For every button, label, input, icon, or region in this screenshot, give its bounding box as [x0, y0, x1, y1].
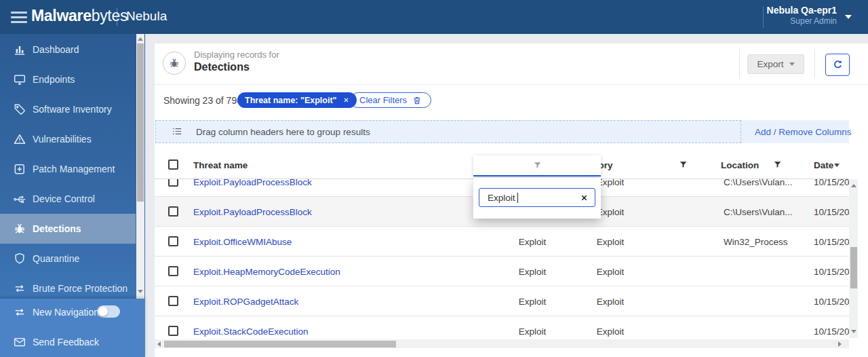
header-divider	[814, 49, 815, 79]
sort-caret-icon[interactable]	[834, 164, 840, 167]
account-name: Nebula Qa-epr1	[767, 5, 837, 16]
date-cell: 10/15/20	[814, 207, 849, 217]
hamburger-menu-icon[interactable]	[11, 12, 27, 23]
sidebar-item-vulnerabilities[interactable]: Vulnerabilities	[0, 124, 136, 154]
export-button[interactable]: Export	[747, 54, 804, 74]
select-all-checkbox[interactable]	[168, 159, 178, 170]
sidebar-item-new-navigation[interactable]: New Navigation	[0, 299, 145, 327]
product-name: Nebula	[126, 9, 167, 24]
account-role: Super Admin	[767, 16, 837, 26]
sidebar-item-quarantine[interactable]: Quarantine	[0, 244, 136, 274]
account-divider	[763, 6, 764, 28]
row-checkbox[interactable]	[168, 326, 178, 336]
vertical-scrollbar-thumb[interactable]	[850, 247, 857, 288]
table-horizontal-scrollbar[interactable]	[155, 339, 849, 348]
date-cell: 10/15/20	[814, 179, 849, 187]
bug-icon	[13, 222, 26, 236]
table-row[interactable]: Exploit.OfficeWMIAbuse Exploit Exploit W…	[155, 227, 849, 257]
brand-light: bytes	[92, 7, 127, 24]
refresh-button[interactable]	[825, 54, 850, 76]
close-icon[interactable]	[343, 97, 349, 103]
sidebar-item-dashboard[interactable]: Dashboard	[0, 35, 136, 64]
new-navigation-toggle[interactable]	[97, 305, 120, 318]
table-row[interactable]: Exploit.HeapMemoryCodeExecution Exploit …	[155, 257, 849, 286]
shield-icon	[13, 252, 26, 265]
row-checkbox[interactable]	[168, 236, 178, 246]
sidebar-scroll-up-icon[interactable]	[138, 37, 143, 41]
category-cell: Exploit	[576, 326, 644, 337]
scroll-left-icon[interactable]	[157, 341, 161, 347]
row-checkbox[interactable]	[168, 179, 178, 187]
sidebar-item-device-control[interactable]: Device Control	[0, 184, 136, 214]
date-cell: 10/15/20	[814, 326, 849, 337]
account-menu[interactable]: Nebula Qa-epr1 Super Admin	[767, 5, 837, 26]
threat-name-link[interactable]: Exploit.StackCodeExecution	[193, 326, 309, 337]
detections-bug-badge	[163, 52, 186, 75]
filter-input[interactable]: Exploit	[479, 188, 595, 207]
table-row[interactable]: Exploit.ROPGadgetAttack Exploit Exploit …	[155, 286, 849, 316]
malwarebytes-logo: Malwarebytes	[31, 7, 127, 25]
header-separator	[155, 84, 868, 85]
row-checkbox[interactable]	[168, 266, 178, 276]
group-by-bar[interactable]: Drag column headers here to group result…	[155, 120, 849, 143]
sidebar-scroll-down-icon[interactable]	[138, 290, 143, 293]
category-cell: Exploit	[576, 267, 644, 277]
page-title: Detections	[194, 61, 250, 73]
column-header-location[interactable]: Location	[721, 160, 759, 170]
results-summary: Showing 23 of 794.	[163, 95, 245, 106]
page-subtitle: Displaying records for	[194, 50, 279, 60]
column-filter-popup: Exploit	[473, 178, 601, 219]
column-header-threat-name[interactable]: Threat name	[193, 160, 248, 170]
filter-input-value: Exploit	[488, 193, 515, 203]
scroll-down-icon[interactable]	[851, 330, 856, 333]
trash-icon	[412, 96, 422, 105]
column-header-date[interactable]: Date	[814, 160, 833, 170]
date-cell: 10/15/20	[814, 267, 849, 277]
detections-panel: Displaying records for Detections Export…	[155, 43, 868, 357]
clear-filters-button[interactable]: Clear Filters	[350, 92, 431, 108]
bug-icon	[168, 57, 180, 69]
scroll-right-icon[interactable]	[838, 341, 842, 347]
threat-name-link[interactable]: Exploit.PayloadProcessBlock	[193, 207, 312, 217]
sidebar-item-endpoints[interactable]: Endpoints	[0, 64, 136, 94]
header-divider	[739, 49, 740, 79]
column-filter-header-cell[interactable]	[473, 155, 601, 176]
top-bar: Malwarebytes Nebula Nebula Qa-epr1 Super…	[0, 0, 868, 34]
usb-icon	[13, 192, 26, 206]
filter-funnel-icon[interactable]	[773, 160, 782, 169]
type-cell: Exploit	[498, 267, 566, 277]
scroll-up-icon[interactable]	[851, 184, 856, 187]
row-checkbox[interactable]	[168, 296, 178, 306]
group-hint-text: Drag column headers here to group result…	[196, 127, 370, 137]
filter-funnel-icon[interactable]	[533, 161, 542, 170]
caret-down-icon	[789, 62, 795, 66]
plus-square-icon	[13, 162, 26, 176]
horizontal-scrollbar-thumb[interactable]	[164, 341, 396, 347]
sidebar-item-detections[interactable]: Detections	[0, 214, 136, 244]
table-vertical-scrollbar[interactable]	[849, 179, 858, 338]
refresh-icon	[832, 59, 844, 71]
date-cell: 10/15/20	[814, 297, 849, 307]
table-row[interactable]: Exploit.StackCodeExecution Exploit Explo…	[155, 316, 849, 339]
category-cell: Exploit	[576, 237, 644, 247]
threat-name-link[interactable]: Exploit.PayloadProcessBlock	[193, 179, 312, 187]
sidebar-scrollbar-thumb[interactable]	[137, 43, 144, 202]
threat-name-link[interactable]: Exploit.OfficeWMIAbuse	[193, 237, 292, 247]
filter-chip-threat-name[interactable]: Threat name: "Exploit"	[237, 92, 357, 108]
brand-bold: Malware	[31, 7, 92, 24]
location-cell: C:\Users\Vulan...	[724, 179, 793, 187]
sidebar-item-software-inventory[interactable]: Software Inventory	[0, 94, 136, 124]
clear-input-icon[interactable]	[580, 194, 588, 202]
nebula-console: Malwarebytes Nebula Nebula Qa-epr1 Super…	[0, 0, 868, 357]
sidebar-item-patch-management[interactable]: Patch Management	[0, 154, 136, 184]
tag-icon	[13, 102, 26, 116]
row-checkbox[interactable]	[168, 206, 178, 217]
add-remove-columns-link[interactable]: Add / Remove Columns	[755, 127, 849, 137]
monitor-icon	[13, 73, 26, 86]
threat-name-link[interactable]: Exploit.ROPGadgetAttack	[193, 297, 298, 307]
threat-name-link[interactable]: Exploit.HeapMemoryCodeExecution	[193, 267, 340, 277]
envelope-icon	[13, 335, 26, 349]
sidebar-item-send-feedback[interactable]: Send Feedback	[0, 328, 145, 357]
filter-funnel-icon[interactable]	[679, 160, 688, 169]
account-caret-icon[interactable]	[845, 15, 852, 19]
